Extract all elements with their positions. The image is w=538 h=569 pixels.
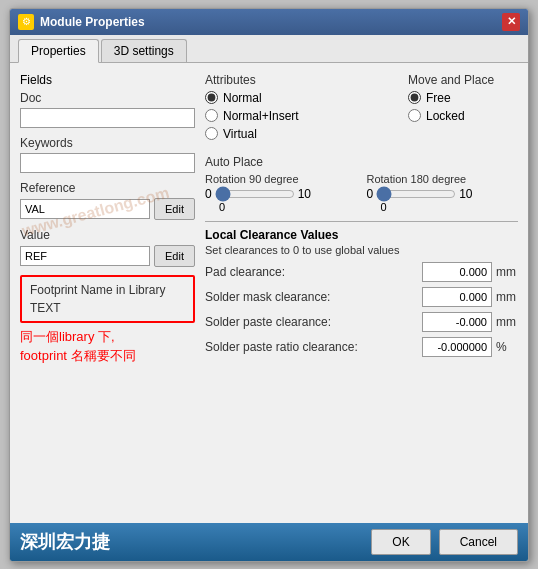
move-locked-label: Locked <box>426 109 465 123</box>
lc-input-2[interactable] <box>422 312 492 332</box>
move-place-radio-group: Free Locked <box>408 91 518 123</box>
keywords-field: Keywords <box>20 136 195 173</box>
rotation-180-min: 0 <box>367 187 374 201</box>
columns-layout: Fields Doc Keywords Reference Edit <box>20 73 518 366</box>
footprint-value: TEXT <box>30 301 185 315</box>
local-clearance-title: Local Clearance Values <box>205 228 518 242</box>
window-title: Module Properties <box>40 15 145 29</box>
rotation-180-max: 10 <box>459 187 472 201</box>
annotation-text: 同一個library 下, footprint 名稱要不同 <box>20 327 195 366</box>
lc-input-0[interactable] <box>422 262 492 282</box>
attr-virtual-radio[interactable] <box>205 127 218 140</box>
value-input[interactable] <box>20 246 150 266</box>
rotation-90-label: Rotation 90 degree <box>205 173 357 185</box>
attr-virtual-label: Virtual <box>223 127 257 141</box>
annotation-line2: footprint 名稱要不同 <box>20 348 136 363</box>
ok-button[interactable]: OK <box>371 529 430 555</box>
tab-3d-settings[interactable]: 3D settings <box>101 39 187 62</box>
footprint-label: Footprint Name in Library <box>30 283 185 297</box>
reference-field: Reference Edit <box>20 181 195 220</box>
lc-unit-3: % <box>496 340 518 354</box>
module-icon: ⚙ <box>18 14 34 30</box>
main-content: www.greatlong.com Fields Doc Keywords Re… <box>10 63 528 523</box>
auto-place-title: Auto Place <box>205 155 518 169</box>
lc-unit-0: mm <box>496 265 518 279</box>
rotation-180-label: Rotation 180 degree <box>367 173 519 185</box>
value-edit-button[interactable]: Edit <box>154 245 195 267</box>
lc-input-1[interactable] <box>422 287 492 307</box>
title-bar-left: ⚙ Module Properties <box>18 14 145 30</box>
attr-normal-insert[interactable]: Normal+Insert <box>205 109 398 123</box>
move-free-radio[interactable] <box>408 91 421 104</box>
attr-virtual[interactable]: Virtual <box>205 127 398 141</box>
slider-pair: Rotation 90 degree 0 10 0 Rotation 180 d… <box>205 173 518 213</box>
keywords-input[interactable] <box>20 153 195 173</box>
attributes-radio-group: Normal Normal+Insert Virtual <box>205 91 398 141</box>
title-bar: ⚙ Module Properties ✕ <box>10 9 528 35</box>
value-input-row: Edit <box>20 245 195 267</box>
lc-unit-2: mm <box>496 315 518 329</box>
reference-input-row: Edit <box>20 198 195 220</box>
bottom-bar: 深圳宏力捷 OK Cancel <box>10 523 528 561</box>
lc-label-0: Pad clearance: <box>205 265 418 279</box>
attr-normalinsert-radio[interactable] <box>205 109 218 122</box>
move-and-place-section: Move and Place Free Locked <box>408 73 518 149</box>
bottom-text: 深圳宏力捷 <box>20 530 110 554</box>
move-place-title: Move and Place <box>408 73 518 87</box>
attributes-title: Attributes <box>205 73 398 87</box>
doc-input[interactable] <box>20 108 195 128</box>
move-locked-radio[interactable] <box>408 109 421 122</box>
module-properties-window: ⚙ Module Properties ✕ Properties 3D sett… <box>9 8 529 562</box>
rotation-90-value: 0 <box>205 201 357 213</box>
lc-row-1: Solder mask clearance: mm <box>205 287 518 307</box>
reference-label: Reference <box>20 181 195 195</box>
doc-field: Doc <box>20 91 195 128</box>
rotation-180-value: 0 <box>367 201 519 213</box>
move-free-label: Free <box>426 91 451 105</box>
rotation-90-item: Rotation 90 degree 0 10 0 <box>205 173 357 213</box>
rotation-90-track: 0 10 <box>205 187 357 201</box>
attributes-section: Attributes Normal Normal+Insert <box>205 73 398 149</box>
keywords-label: Keywords <box>20 136 195 150</box>
doc-label: Doc <box>20 91 195 105</box>
value-field: Value Edit <box>20 228 195 267</box>
move-free[interactable]: Free <box>408 91 518 105</box>
local-clearance-section: Local Clearance Values Set clearances to… <box>205 221 518 357</box>
reference-input[interactable] <box>20 199 150 219</box>
tab-properties[interactable]: Properties <box>18 39 99 63</box>
tab-bar: Properties 3D settings <box>10 35 528 63</box>
lc-label-3: Solder paste ratio clearance: <box>205 340 418 354</box>
rotation-180-track: 0 10 <box>367 187 519 201</box>
lc-row-2: Solder paste clearance: mm <box>205 312 518 332</box>
attr-normal[interactable]: Normal <box>205 91 398 105</box>
move-locked[interactable]: Locked <box>408 109 518 123</box>
rotation-180-item: Rotation 180 degree 0 10 0 <box>367 173 519 213</box>
auto-place-section: Auto Place Rotation 90 degree 0 10 0 <box>205 155 518 213</box>
footprint-box: Footprint Name in Library TEXT <box>20 275 195 323</box>
lc-row-0: Pad clearance: mm <box>205 262 518 282</box>
value-label: Value <box>20 228 195 242</box>
lc-unit-1: mm <box>496 290 518 304</box>
rotation-90-max: 10 <box>298 187 311 201</box>
lc-label-1: Solder mask clearance: <box>205 290 418 304</box>
attr-normal-radio[interactable] <box>205 91 218 104</box>
attr-normal-label: Normal <box>223 91 262 105</box>
local-clearance-subtitle: Set clearances to 0 to use global values <box>205 244 518 256</box>
close-button[interactable]: ✕ <box>502 13 520 31</box>
lc-label-2: Solder paste clearance: <box>205 315 418 329</box>
rotation-90-slider[interactable] <box>215 187 295 201</box>
cancel-button[interactable]: Cancel <box>439 529 518 555</box>
right-column: Attributes Normal Normal+Insert <box>205 73 518 366</box>
lc-row-3: Solder paste ratio clearance: % <box>205 337 518 357</box>
lc-input-3[interactable] <box>422 337 492 357</box>
annotation-line1: 同一個library 下, <box>20 329 115 344</box>
fields-label: Fields <box>20 73 195 87</box>
rotation-90-min: 0 <box>205 187 212 201</box>
bottom-buttons: OK Cancel <box>371 529 518 555</box>
reference-edit-button[interactable]: Edit <box>154 198 195 220</box>
rotation-180-slider[interactable] <box>376 187 456 201</box>
left-column: Fields Doc Keywords Reference Edit <box>20 73 195 366</box>
attr-normalinsert-label: Normal+Insert <box>223 109 299 123</box>
top-right-sections: Attributes Normal Normal+Insert <box>205 73 518 149</box>
